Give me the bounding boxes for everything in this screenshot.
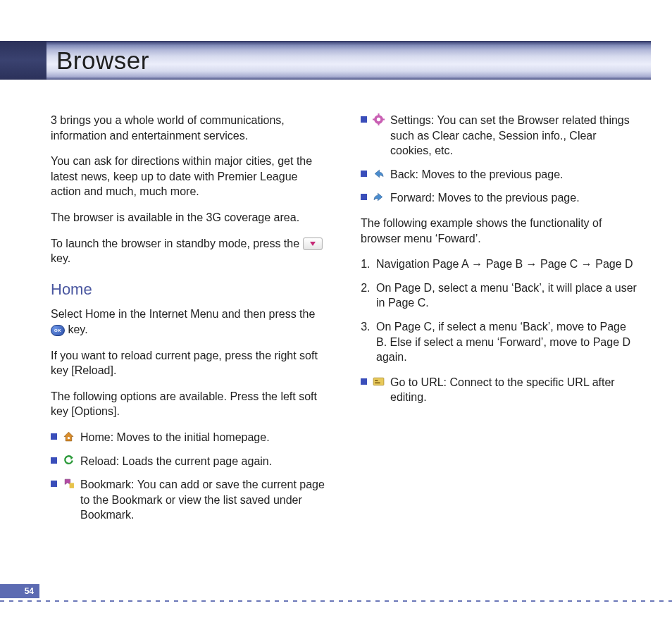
page-footer: 54 — [0, 584, 672, 604]
bullet-square-icon — [361, 116, 367, 123]
back-icon — [373, 168, 385, 180]
page-title: Browser — [56, 47, 149, 75]
option-settings: Settings: You can set the Browser relate… — [361, 113, 638, 159]
content-columns: 3 brings you a whole world of communicat… — [51, 113, 638, 533]
option-forward-text: Forward: Moves to the previous page. — [390, 190, 638, 206]
home-paragraph-1: Select Home in the Internet Menu and the… — [51, 307, 328, 337]
home-text-a: Select Home in the Internet Menu and the… — [51, 308, 315, 320]
launch-paragraph: To launch the browser in standby mode, p… — [51, 236, 328, 266]
option-home-text: Home: Moves to the initial homepage. — [80, 430, 328, 445]
url-icon — [373, 376, 385, 388]
option-bookmark: Bookmark: You can add or save the curren… — [51, 477, 328, 523]
svg-point-0 — [68, 437, 70, 439]
page-number: 54 — [0, 584, 39, 598]
manual-page: Browser 3 brings you a whole world of co… — [0, 0, 672, 625]
svg-rect-3 — [378, 113, 379, 116]
option-url-text: Go to URL: Connect to the specific URL a… — [390, 375, 638, 405]
home-section-heading: Home — [51, 279, 328, 300]
bookmark-icon — [63, 478, 75, 490]
option-home: Home: Moves to the initial homepage. — [51, 430, 328, 445]
intro-paragraph-1: 3 brings you a whole world of communicat… — [51, 113, 328, 143]
launch-text-b: key. — [51, 252, 70, 264]
bullet-square-icon — [51, 457, 57, 464]
ok-key-icon: OK — [51, 325, 65, 336]
option-bookmark-text: Bookmark: You can add or save the curren… — [80, 477, 328, 523]
step-1: Navigation Page A → Page B → Page C → Pa… — [373, 256, 638, 272]
bullet-square-icon — [361, 194, 367, 200]
right-options-list: Settings: You can set the Browser relate… — [361, 113, 638, 206]
intro-paragraph-3: The browser is available in the 3G cover… — [51, 210, 328, 225]
settings-icon — [373, 113, 385, 125]
reload-icon — [63, 454, 75, 466]
footer-dash-line — [0, 598, 672, 604]
bullet-square-icon — [361, 378, 367, 385]
left-column: 3 brings you a whole world of communicat… — [51, 113, 328, 533]
page-header-band: Browser — [0, 41, 651, 80]
home-paragraph-3: The following options are available. Pre… — [51, 389, 328, 419]
launch-text-a: To launch the browser in standby mode, p… — [51, 237, 303, 249]
home-text-b: key. — [68, 323, 87, 335]
example-intro: The following example shows the function… — [361, 216, 638, 246]
right-column: Settings: You can set the Browser relate… — [361, 113, 638, 533]
forward-icon — [373, 191, 385, 203]
step-2: On Page D, select a menu ‘Back’, it will… — [373, 280, 638, 311]
option-back-text: Back: Moves to the previous page. — [390, 167, 638, 182]
option-back: Back: Moves to the previous page. — [361, 167, 638, 182]
svg-rect-9 — [375, 382, 380, 383]
left-options-list: Home: Moves to the initial homepage. Rel… — [51, 430, 328, 523]
bullet-square-icon — [361, 171, 367, 177]
svg-rect-4 — [378, 123, 379, 125]
svg-rect-5 — [373, 118, 375, 120]
home-paragraph-2: If you want to reload current page, pres… — [51, 348, 328, 378]
step-3: On Page C, if select a menu ‘Back’, move… — [373, 319, 638, 365]
bullet-square-icon — [51, 433, 57, 440]
down-arrow-key-icon — [303, 237, 323, 250]
home-icon — [63, 431, 75, 443]
svg-point-2 — [377, 118, 380, 121]
svg-rect-8 — [375, 380, 378, 381]
example-steps: Navigation Page A → Page B → Page C → Pa… — [361, 256, 638, 365]
intro-paragraph-2: You can ask for directions within major … — [51, 154, 328, 199]
option-go-to-url: Go to URL: Connect to the specific URL a… — [361, 375, 638, 405]
option-settings-text: Settings: You can set the Browser relate… — [390, 113, 638, 159]
svg-rect-6 — [382, 118, 385, 120]
right-options-list-2: Go to URL: Connect to the specific URL a… — [361, 375, 638, 405]
option-reload-text: Reload: Loads the current page again. — [80, 454, 328, 469]
svg-rect-7 — [373, 378, 384, 385]
header-stub — [0, 41, 46, 80]
option-reload: Reload: Loads the current page again. — [51, 454, 328, 469]
option-forward: Forward: Moves to the previous page. — [361, 190, 638, 206]
bullet-square-icon — [51, 481, 57, 487]
